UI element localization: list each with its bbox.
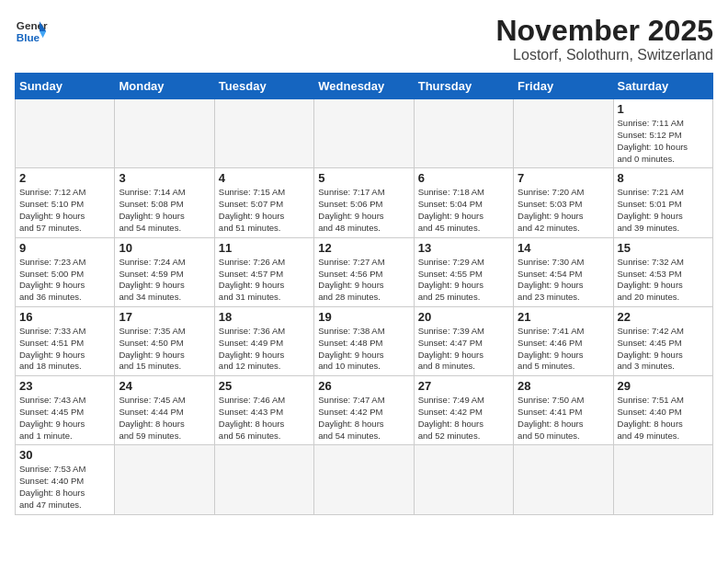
day-info: Sunrise: 7:20 AM Sunset: 5:03 PM Dayligh… <box>518 187 609 234</box>
calendar-day-cell: 30Sunrise: 7:53 AM Sunset: 4:40 PM Dayli… <box>16 445 115 514</box>
day-info: Sunrise: 7:15 AM Sunset: 5:07 PM Dayligh… <box>219 187 310 234</box>
generalblue-logo-icon: General Blue <box>15 15 48 48</box>
day-number: 9 <box>19 241 110 255</box>
title-area: November 2025 Lostorf, Solothurn, Switze… <box>495 15 713 63</box>
day-number: 15 <box>618 241 709 255</box>
day-info: Sunrise: 7:42 AM Sunset: 4:45 PM Dayligh… <box>618 326 709 373</box>
day-number: 27 <box>418 379 509 393</box>
calendar-day-cell: 3Sunrise: 7:14 AM Sunset: 5:08 PM Daylig… <box>115 168 214 237</box>
calendar-day-cell: 9Sunrise: 7:23 AM Sunset: 5:00 PM Daylig… <box>16 237 115 306</box>
calendar-day-cell <box>214 445 313 514</box>
logo-area: General Blue <box>15 15 51 48</box>
calendar-day-cell: 22Sunrise: 7:42 AM Sunset: 4:45 PM Dayli… <box>613 306 712 375</box>
day-number: 11 <box>219 241 310 255</box>
day-info: Sunrise: 7:46 AM Sunset: 4:43 PM Dayligh… <box>219 395 310 442</box>
header-tuesday: Tuesday <box>214 74 313 99</box>
page: General Blue November 2025 Lostorf, Solo… <box>0 0 728 563</box>
day-info: Sunrise: 7:32 AM Sunset: 4:53 PM Dayligh… <box>618 257 709 304</box>
calendar-day-cell: 29Sunrise: 7:51 AM Sunset: 4:40 PM Dayli… <box>613 376 712 445</box>
calendar-day-cell: 12Sunrise: 7:27 AM Sunset: 4:56 PM Dayli… <box>314 237 414 306</box>
calendar-day-cell: 13Sunrise: 7:29 AM Sunset: 4:55 PM Dayli… <box>414 237 513 306</box>
calendar-day-cell: 24Sunrise: 7:45 AM Sunset: 4:44 PM Dayli… <box>115 376 214 445</box>
calendar-day-cell <box>613 445 712 514</box>
header-friday: Friday <box>514 74 613 99</box>
day-number: 20 <box>418 310 509 324</box>
day-number: 12 <box>318 241 409 255</box>
calendar-day-cell <box>16 99 115 168</box>
day-number: 6 <box>418 171 509 185</box>
calendar-day-cell <box>414 445 513 514</box>
calendar-day-cell: 4Sunrise: 7:15 AM Sunset: 5:07 PM Daylig… <box>214 168 313 237</box>
day-info: Sunrise: 7:17 AM Sunset: 5:06 PM Dayligh… <box>318 187 409 234</box>
day-number: 5 <box>318 171 409 185</box>
header-wednesday: Wednesday <box>314 74 414 99</box>
calendar-day-cell <box>514 445 613 514</box>
day-info: Sunrise: 7:12 AM Sunset: 5:10 PM Dayligh… <box>19 187 110 234</box>
calendar-day-cell: 27Sunrise: 7:49 AM Sunset: 4:42 PM Dayli… <box>414 376 513 445</box>
day-number: 23 <box>19 379 110 393</box>
calendar-day-cell: 21Sunrise: 7:41 AM Sunset: 4:46 PM Dayli… <box>514 306 613 375</box>
day-number: 21 <box>518 310 609 324</box>
day-info: Sunrise: 7:14 AM Sunset: 5:08 PM Dayligh… <box>119 187 210 234</box>
header-sunday: Sunday <box>16 74 115 99</box>
day-info: Sunrise: 7:11 AM Sunset: 5:12 PM Dayligh… <box>618 118 709 165</box>
svg-marker-3 <box>40 31 46 38</box>
day-info: Sunrise: 7:23 AM Sunset: 5:00 PM Dayligh… <box>19 257 110 304</box>
header-monday: Monday <box>115 74 214 99</box>
day-number: 16 <box>19 310 110 324</box>
calendar-day-cell: 7Sunrise: 7:20 AM Sunset: 5:03 PM Daylig… <box>514 168 613 237</box>
day-number: 14 <box>518 241 609 255</box>
day-info: Sunrise: 7:30 AM Sunset: 4:54 PM Dayligh… <box>518 257 609 304</box>
day-info: Sunrise: 7:36 AM Sunset: 4:49 PM Dayligh… <box>219 326 310 373</box>
day-info: Sunrise: 7:49 AM Sunset: 4:42 PM Dayligh… <box>418 395 509 442</box>
day-number: 1 <box>618 102 709 116</box>
day-number: 29 <box>618 379 709 393</box>
day-number: 8 <box>618 171 709 185</box>
calendar-week-row: 9Sunrise: 7:23 AM Sunset: 5:00 PM Daylig… <box>16 237 713 306</box>
calendar-week-row: 1Sunrise: 7:11 AM Sunset: 5:12 PM Daylig… <box>16 99 713 168</box>
calendar-day-cell: 8Sunrise: 7:21 AM Sunset: 5:01 PM Daylig… <box>613 168 712 237</box>
day-number: 10 <box>119 241 210 255</box>
day-info: Sunrise: 7:50 AM Sunset: 4:41 PM Dayligh… <box>518 395 609 442</box>
day-info: Sunrise: 7:41 AM Sunset: 4:46 PM Dayligh… <box>518 326 609 373</box>
calendar-day-cell <box>314 445 414 514</box>
calendar-day-cell: 23Sunrise: 7:43 AM Sunset: 4:45 PM Dayli… <box>16 376 115 445</box>
calendar-day-cell: 25Sunrise: 7:46 AM Sunset: 4:43 PM Dayli… <box>214 376 313 445</box>
day-info: Sunrise: 7:26 AM Sunset: 4:57 PM Dayligh… <box>219 257 310 304</box>
calendar-day-cell: 20Sunrise: 7:39 AM Sunset: 4:47 PM Dayli… <box>414 306 513 375</box>
day-info: Sunrise: 7:51 AM Sunset: 4:40 PM Dayligh… <box>618 395 709 442</box>
calendar-day-cell <box>115 99 214 168</box>
day-info: Sunrise: 7:35 AM Sunset: 4:50 PM Dayligh… <box>119 326 210 373</box>
calendar-day-cell: 5Sunrise: 7:17 AM Sunset: 5:06 PM Daylig… <box>314 168 414 237</box>
day-info: Sunrise: 7:27 AM Sunset: 4:56 PM Dayligh… <box>318 257 409 304</box>
day-number: 22 <box>618 310 709 324</box>
weekday-header-row: Sunday Monday Tuesday Wednesday Thursday… <box>16 74 713 99</box>
day-info: Sunrise: 7:47 AM Sunset: 4:42 PM Dayligh… <box>318 395 409 442</box>
calendar-day-cell: 28Sunrise: 7:50 AM Sunset: 4:41 PM Dayli… <box>514 376 613 445</box>
calendar-subtitle: Lostorf, Solothurn, Switzerland <box>495 47 713 63</box>
day-number: 30 <box>19 448 110 462</box>
day-number: 13 <box>418 241 509 255</box>
calendar-day-cell: 14Sunrise: 7:30 AM Sunset: 4:54 PM Dayli… <box>514 237 613 306</box>
day-info: Sunrise: 7:38 AM Sunset: 4:48 PM Dayligh… <box>318 326 409 373</box>
calendar-day-cell: 10Sunrise: 7:24 AM Sunset: 4:59 PM Dayli… <box>115 237 214 306</box>
day-number: 25 <box>219 379 310 393</box>
calendar-day-cell: 2Sunrise: 7:12 AM Sunset: 5:10 PM Daylig… <box>16 168 115 237</box>
calendar-day-cell: 26Sunrise: 7:47 AM Sunset: 4:42 PM Dayli… <box>314 376 414 445</box>
calendar-week-row: 2Sunrise: 7:12 AM Sunset: 5:10 PM Daylig… <box>16 168 713 237</box>
calendar-day-cell: 15Sunrise: 7:32 AM Sunset: 4:53 PM Dayli… <box>613 237 712 306</box>
day-number: 28 <box>518 379 609 393</box>
day-info: Sunrise: 7:24 AM Sunset: 4:59 PM Dayligh… <box>119 257 210 304</box>
svg-text:Blue: Blue <box>17 31 40 43</box>
header-thursday: Thursday <box>414 74 513 99</box>
day-info: Sunrise: 7:33 AM Sunset: 4:51 PM Dayligh… <box>19 326 110 373</box>
calendar-week-row: 30Sunrise: 7:53 AM Sunset: 4:40 PM Dayli… <box>16 445 713 514</box>
calendar-day-cell: 19Sunrise: 7:38 AM Sunset: 4:48 PM Dayli… <box>314 306 414 375</box>
calendar-title: November 2025 <box>495 15 713 47</box>
day-number: 7 <box>518 171 609 185</box>
day-info: Sunrise: 7:18 AM Sunset: 5:04 PM Dayligh… <box>418 187 509 234</box>
calendar-day-cell: 6Sunrise: 7:18 AM Sunset: 5:04 PM Daylig… <box>414 168 513 237</box>
day-number: 4 <box>219 171 310 185</box>
day-number: 18 <box>219 310 310 324</box>
day-number: 24 <box>119 379 210 393</box>
